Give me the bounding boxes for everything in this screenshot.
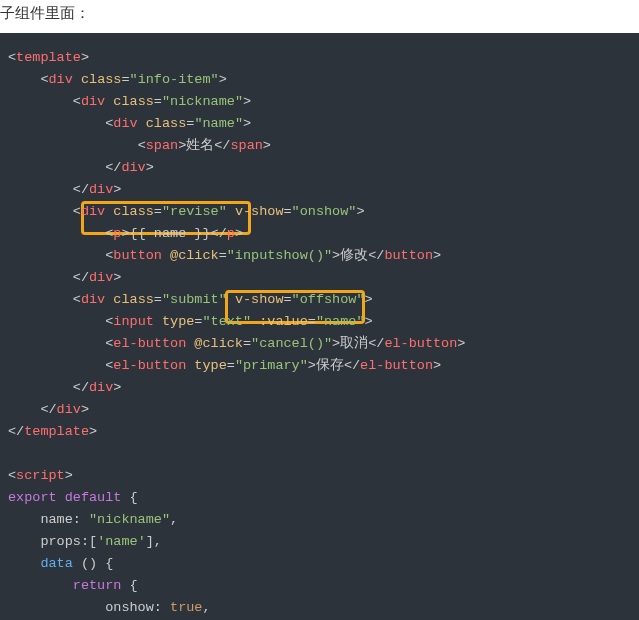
code-line: <p>{{ name }}</p> <box>8 223 631 245</box>
code-line: </div> <box>8 179 631 201</box>
code-line: <div class="submit" v-show="offshow"> <box>8 289 631 311</box>
code-line: <el-button @click="cancel()">取消</el-butt… <box>8 333 631 355</box>
code-line: </div> <box>8 399 631 421</box>
code-line: return { <box>8 575 631 597</box>
code-line: <button @click="inputshow()">修改</button> <box>8 245 631 267</box>
code-line: <div class="nickname"> <box>8 91 631 113</box>
code-line: onshow: true, <box>8 597 631 619</box>
code-line: </div> <box>8 157 631 179</box>
code-line: <input type="text" :value="name"> <box>8 311 631 333</box>
code-line: data () { <box>8 553 631 575</box>
code-snippet: <template> <div class="info-item"> <div … <box>0 33 639 620</box>
code-line: <template> <box>8 47 631 69</box>
code-line: </div> <box>8 267 631 289</box>
code-line: <span>姓名</span> <box>8 135 631 157</box>
code-line: <el-button type="primary">保存</el-button> <box>8 355 631 377</box>
code-line: <div class="info-item"> <box>8 69 631 91</box>
section-heading: 子组件里面： <box>0 0 639 33</box>
code-line: <script> <box>8 465 631 487</box>
code-line: </template> <box>8 421 631 443</box>
code-line: </div> <box>8 377 631 399</box>
code-line: <div class="name"> <box>8 113 631 135</box>
code-line <box>8 443 631 465</box>
code-line: export default { <box>8 487 631 509</box>
code-line: <div class="revise" v-show="onshow"> <box>8 201 631 223</box>
code-line: props:['name'], <box>8 531 631 553</box>
code-line: name: "nickname", <box>8 509 631 531</box>
